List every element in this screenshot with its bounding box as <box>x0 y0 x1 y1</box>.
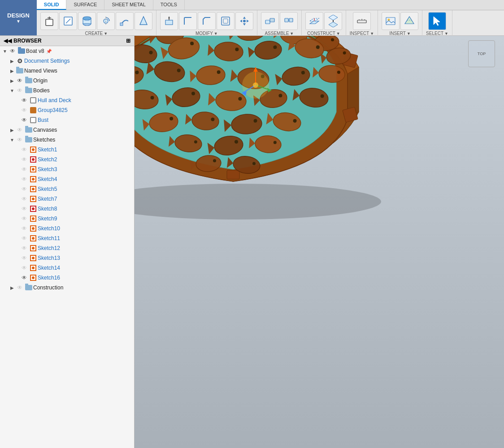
shell-icon[interactable] <box>217 12 235 30</box>
browser-pin[interactable]: ⊞ <box>126 38 130 44</box>
rigid-group-icon[interactable] <box>280 12 298 30</box>
tree-root[interactable]: ▼ 👁 Boat v8 📌 <box>0 46 134 56</box>
root-eye[interactable]: 👁 <box>9 47 16 55</box>
insert-image-icon[interactable] <box>382 12 400 30</box>
sketches-eye[interactable]: 👁 <box>16 136 23 143</box>
tab-sheet-metal[interactable]: SHEET METAL <box>104 0 153 10</box>
canvases-eye[interactable]: 👁 <box>16 126 23 134</box>
tree-item-sketch16[interactable]: 👁 Sketch16 <box>0 273 134 283</box>
insert-label[interactable]: INSERT ▼ <box>389 31 410 36</box>
sketch7-eye[interactable]: 👁 <box>21 195 28 202</box>
root-pin-icon[interactable]: 📌 <box>46 49 52 54</box>
hull-deck-eye[interactable]: 👁 <box>21 97 28 104</box>
hull-deck-label: Hull and Deck <box>38 97 71 103</box>
modify-label[interactable]: MODIFY ▼ <box>196 31 218 36</box>
offset-plane-icon[interactable] <box>305 12 323 30</box>
group34825-eye[interactable]: 👁 <box>21 107 28 114</box>
bust-eye[interactable]: 👁 <box>21 116 28 124</box>
3d-model <box>135 36 404 228</box>
insert-mesh-icon[interactable] <box>400 12 418 30</box>
chamfer-icon[interactable] <box>198 12 216 30</box>
tree-item-sketches[interactable]: ▼ 👁 Sketches <box>0 135 134 145</box>
create-sketch-icon[interactable] <box>59 12 77 30</box>
tree-item-hull-deck[interactable]: 👁 Hull and Deck <box>0 95 134 105</box>
construction-eye[interactable]: 👁 <box>16 284 23 291</box>
inspect-label[interactable]: INSPECT ▼ <box>350 31 374 36</box>
tree-item-canvases[interactable]: ▶ 👁 Canvases <box>0 125 134 135</box>
sketch14-icon <box>30 264 37 271</box>
loft-icon[interactable] <box>135 12 152 30</box>
tree-item-sketch13[interactable]: 👁 Sketch13 <box>0 253 134 263</box>
measure-icon[interactable] <box>353 12 371 30</box>
tree-item-doc-settings[interactable]: ▶ ⚙ Document Settings <box>0 56 134 66</box>
svg-rect-33 <box>386 17 395 25</box>
fillet-icon[interactable] <box>179 12 197 30</box>
midplane-icon[interactable] <box>324 12 342 30</box>
sketch8-eye[interactable]: 👁 <box>21 205 28 212</box>
tree-item-group34825[interactable]: 👁 Group34825 <box>0 105 134 115</box>
tree-item-sketch2[interactable]: 👁 Sketch2 <box>0 155 134 164</box>
tree-item-sketch3[interactable]: 👁 Sketch3 <box>0 164 134 174</box>
new-component-icon[interactable] <box>40 12 58 30</box>
sketch4-eye[interactable]: 👁 <box>21 176 28 183</box>
move-icon[interactable] <box>235 12 253 30</box>
modify-section: MODIFY ▼ <box>156 10 257 38</box>
tree-item-origin[interactable]: ▶ 👁 Origin <box>0 76 134 86</box>
sketch14-eye[interactable]: 👁 <box>21 264 28 271</box>
bodies-eye[interactable]: 👁 <box>16 87 23 94</box>
viewport[interactable]: TOP <box>135 36 504 448</box>
tree-item-sketch11[interactable]: 👁 Sketch11 <box>0 233 134 243</box>
sketch2-label: Sketch2 <box>38 156 57 163</box>
sketch5-eye[interactable]: 👁 <box>21 185 28 193</box>
tab-surface[interactable]: SURFACE <box>66 0 104 10</box>
tree-item-bust[interactable]: 👁 Bust <box>0 115 134 125</box>
tree-item-sketch4[interactable]: 👁 Sketch4 <box>0 174 134 184</box>
create-label[interactable]: CREATE ▼ <box>85 31 108 36</box>
sketch16-eye[interactable]: 👁 <box>21 274 28 281</box>
bodies-arrow[interactable]: ▼ <box>9 87 15 94</box>
sketch3-eye[interactable]: 👁 <box>21 166 28 173</box>
tree-item-bodies[interactable]: ▼ 👁 Bodies <box>0 86 134 95</box>
origin-eye[interactable]: 👁 <box>16 77 23 84</box>
browser-collapse-arrow[interactable]: ◀◀ <box>4 38 12 44</box>
tree-item-sketch7[interactable]: 👁 Sketch7 <box>0 194 134 204</box>
named-views-arrow[interactable]: ▶ <box>9 68 15 74</box>
doc-settings-arrow[interactable]: ▶ <box>9 58 15 64</box>
sweep-icon[interactable] <box>116 12 134 30</box>
press-pull-icon[interactable] <box>160 12 178 30</box>
sketch10-eye[interactable]: 👁 <box>21 225 28 232</box>
tree-item-sketch1[interactable]: 👁 Sketch1 <box>0 145 134 155</box>
joint-icon[interactable] <box>261 12 279 30</box>
extrude-icon[interactable] <box>78 12 96 30</box>
revolve-icon[interactable] <box>97 12 115 30</box>
bust-label: Bust <box>38 117 48 123</box>
sketch13-eye[interactable]: 👁 <box>21 254 28 262</box>
origin-arrow[interactable]: ▶ <box>9 78 15 84</box>
tree-item-sketch5[interactable]: 👁 Sketch5 <box>0 184 134 194</box>
root-expand-arrow[interactable]: ▼ <box>2 48 8 54</box>
tree-item-sketch8[interactable]: 👁 Sketch8 <box>0 204 134 214</box>
tree-item-named-views[interactable]: ▶ Named Views <box>0 66 134 76</box>
sketches-arrow[interactable]: ▼ <box>9 137 15 143</box>
select-icon[interactable] <box>428 12 446 30</box>
tree-item-sketch12[interactable]: 👁 Sketch12 <box>0 243 134 253</box>
construction-arrow[interactable]: ▶ <box>9 284 15 291</box>
design-button[interactable]: DESIGN ▼ <box>0 0 37 35</box>
tree-item-sketch14[interactable]: 👁 Sketch14 <box>0 263 134 273</box>
assemble-label[interactable]: ASSEMBLE ▼ <box>265 31 294 36</box>
sketch2-eye[interactable]: 👁 <box>21 156 28 163</box>
sketch11-eye[interactable]: 👁 <box>21 235 28 242</box>
sketch12-eye[interactable]: 👁 <box>21 245 28 252</box>
canvases-arrow[interactable]: ▶ <box>9 127 15 133</box>
sketch9-eye[interactable]: 👁 <box>21 215 28 222</box>
svg-rect-11 <box>165 20 173 25</box>
tree-item-sketch9[interactable]: 👁 Sketch9 <box>0 214 134 224</box>
tree-item-construction[interactable]: ▶ 👁 Construction <box>0 283 134 293</box>
select-label[interactable]: SELECT ▼ <box>426 31 448 36</box>
tab-solid[interactable]: SOLID <box>37 0 67 10</box>
sketch1-eye[interactable]: 👁 <box>21 146 28 153</box>
nav-cube[interactable]: TOP <box>468 40 495 67</box>
tab-tools[interactable]: TOOLS <box>153 0 185 10</box>
construct-label[interactable]: CONSTRUCT ▼ <box>307 31 340 36</box>
tree-item-sketch10[interactable]: 👁 Sketch10 <box>0 224 134 233</box>
